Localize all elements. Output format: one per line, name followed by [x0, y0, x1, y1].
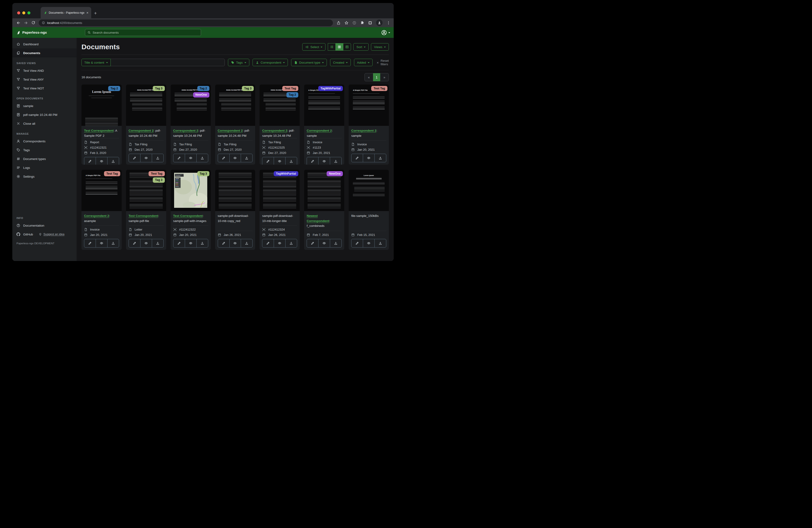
card-action-button[interactable] — [374, 154, 386, 162]
zoom-window-button[interactable] — [27, 11, 30, 14]
sidebar-item[interactable]: Tags — [12, 146, 77, 154]
correspondent-link[interactable]: Correspondent 2 — [173, 129, 198, 132]
card-action-button[interactable] — [197, 239, 208, 247]
card-action-button[interactable] — [152, 239, 163, 247]
card-action-button[interactable] — [173, 154, 185, 162]
sort-button[interactable]: Sort — [353, 43, 368, 51]
reset-filters-button[interactable]: × Reset filters — [377, 59, 389, 66]
sidebar-item[interactable]: sample — [12, 101, 77, 110]
browser-tab[interactable]: Documents - Paperless-ngx × — [41, 7, 91, 18]
browser-menu-kebab-icon[interactable] — [387, 21, 390, 25]
pagination-page-1[interactable]: 1 — [373, 73, 380, 81]
card-action-button[interactable] — [351, 239, 363, 247]
tag-badge[interactable]: Tag 2 — [197, 86, 209, 91]
sidebar-item[interactable]: Correspondents — [12, 137, 77, 146]
tag-badge[interactable]: Tag 3 — [197, 171, 209, 176]
card-action-button[interactable] — [173, 239, 185, 247]
view-mode-button[interactable] — [328, 43, 336, 51]
correspondent-link[interactable]: Correspondent 2 — [218, 129, 243, 132]
tag-badge[interactable]: Test Tag — [148, 171, 165, 176]
filter-text-input[interactable] — [111, 59, 225, 66]
tag-badge[interactable]: NewOne — [193, 92, 209, 97]
tag-badge[interactable]: Test Tag — [371, 86, 388, 91]
sidebar-item[interactable]: Test View AND — [12, 66, 77, 75]
card-action-button[interactable] — [363, 239, 374, 247]
card-action-button[interactable] — [185, 154, 197, 162]
correspondent-link[interactable]: Newest Correspondent — [307, 214, 329, 223]
tag-badge[interactable]: Tag 2 — [287, 92, 299, 97]
select-button[interactable]: Select — [302, 43, 326, 51]
correspondent-link[interactable]: Correspondent 2 — [307, 129, 332, 132]
sidebar-item[interactable]: Document types — [12, 154, 77, 163]
correspondent-link[interactable]: Test Correspondent — [84, 129, 114, 132]
card-action-button[interactable] — [229, 239, 241, 247]
view-mode-button[interactable] — [335, 43, 343, 51]
correspondent-link[interactable]: Correspondent 2 — [351, 129, 376, 132]
share-icon[interactable] — [337, 21, 340, 25]
card-action-button[interactable] — [241, 239, 252, 247]
sidebar-item[interactable]: Dashboard — [12, 40, 77, 48]
card-action-button[interactable] — [140, 239, 152, 247]
card-action-button[interactable] — [107, 239, 119, 247]
card-action-button[interactable] — [218, 154, 229, 162]
card-action-button[interactable] — [96, 157, 107, 165]
card-action-button[interactable] — [129, 239, 140, 247]
card-action-button[interactable] — [84, 239, 96, 247]
card-action-button[interactable] — [351, 154, 363, 162]
sidebar-item[interactable]: GitHub Suggest an idea — [12, 230, 77, 239]
suggest-idea-link[interactable]: Suggest an idea — [39, 233, 64, 236]
card-action-button[interactable] — [197, 154, 208, 162]
sidebar-item[interactable]: Logs — [12, 163, 77, 172]
close-window-button[interactable] — [17, 11, 20, 14]
card-action-button[interactable] — [107, 157, 119, 165]
card-action-button[interactable] — [330, 239, 342, 247]
site-info-icon[interactable] — [42, 21, 45, 24]
document-thumbnail[interactable] — [215, 170, 255, 211]
filter-dropdown-button[interactable]: Created — [330, 59, 351, 66]
sidebar-item[interactable]: Test View ANY — [12, 75, 77, 84]
global-search[interactable] — [85, 29, 201, 36]
browser-profile-avatar[interactable] — [376, 19, 382, 26]
correspondent-link[interactable]: Correspondent 2 — [129, 129, 154, 132]
card-action-button[interactable] — [307, 157, 318, 165]
card-action-button[interactable] — [185, 239, 197, 247]
tag-badge[interactable]: Tag 3 — [153, 177, 165, 183]
sidebar-item[interactable]: pdf-sample 10.24.48 PM — [12, 110, 77, 119]
card-action-button[interactable] — [285, 239, 297, 247]
card-action-button[interactable] — [129, 154, 140, 162]
search-input[interactable] — [92, 31, 199, 34]
app-brand[interactable]: Paperless-ngx — [16, 30, 47, 35]
card-action-button[interactable] — [307, 239, 318, 247]
correspondent-link[interactable]: Correspondent 2 — [262, 129, 287, 132]
extension-badge-icon[interactable] — [352, 21, 356, 25]
views-button[interactable]: Views — [371, 43, 389, 51]
card-action-button[interactable] — [262, 239, 274, 247]
url-bar[interactable]: localhost:4200/documents — [39, 19, 333, 26]
card-action-button[interactable] — [84, 157, 96, 165]
sidebar-item[interactable]: Documentation — [12, 221, 77, 230]
card-action-button[interactable] — [318, 239, 330, 247]
user-menu[interactable] — [381, 30, 390, 35]
view-mode-button[interactable] — [343, 43, 351, 51]
card-action-button[interactable] — [274, 239, 285, 247]
sidebar-item[interactable]: Test View NOT — [12, 84, 77, 92]
back-button[interactable] — [16, 20, 21, 26]
filter-field-dropdown[interactable]: Title & content — [82, 59, 111, 66]
tag-badge[interactable]: Test Tag — [282, 86, 299, 91]
extensions-puzzle-icon[interactable] — [360, 21, 364, 25]
filter-dropdown-button[interactable]: Tags — [228, 59, 249, 66]
pagination-prev[interactable]: « — [364, 73, 373, 81]
tag-badge[interactable]: Tag 3 — [153, 86, 165, 91]
card-action-button[interactable] — [374, 239, 386, 247]
card-action-button[interactable] — [274, 157, 285, 165]
sidebar-item[interactable]: Documents — [12, 48, 77, 57]
card-action-button[interactable] — [241, 154, 252, 162]
sidebar-item[interactable]: Close all — [12, 119, 77, 128]
card-action-button[interactable] — [330, 157, 342, 165]
tag-badge[interactable]: Tag 2 — [108, 86, 120, 91]
card-action-button[interactable] — [262, 157, 274, 165]
card-action-button[interactable] — [363, 154, 374, 162]
card-action-button[interactable] — [218, 239, 229, 247]
filter-dropdown-button[interactable]: Document type — [291, 59, 327, 66]
card-action-button[interactable] — [140, 154, 152, 162]
